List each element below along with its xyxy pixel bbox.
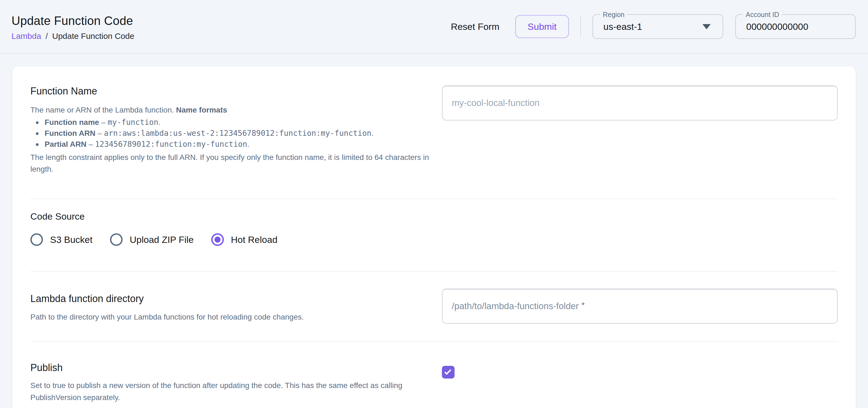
- account-id-value: 000000000000: [746, 21, 847, 32]
- function-name-constraint-note: The length constraint applies only to th…: [30, 151, 430, 175]
- submit-button[interactable]: Submit: [515, 15, 569, 38]
- region-value: us-east-1: [603, 21, 703, 32]
- form-card: Function Name The name or ARN of the Lam…: [12, 66, 856, 408]
- radio-s3-bucket[interactable]: S3 Bucket: [30, 233, 92, 246]
- function-name-heading: Function Name: [30, 85, 430, 97]
- breadcrumb-separator: /: [45, 31, 48, 41]
- chevron-down-icon: [703, 24, 711, 29]
- function-name-description: The name or ARN of the Lambda function. …: [30, 104, 430, 116]
- radio-icon: [30, 233, 43, 246]
- list-item: Partial ARN – 123456789012:function:my-f…: [34, 139, 430, 150]
- publish-heading: Publish: [30, 362, 430, 374]
- header-actions: Reset Form Submit Region us-east-1 Accou…: [448, 14, 856, 39]
- radio-hot-reload[interactable]: Hot Reload: [211, 233, 277, 246]
- required-asterisk: *: [582, 300, 585, 310]
- main-content: Function Name The name or ARN of the Lam…: [0, 54, 868, 408]
- code-source-heading: Code Source: [30, 211, 838, 222]
- publish-checkbox[interactable]: [442, 366, 455, 378]
- breadcrumb: Lambda / Update Function Code: [11, 31, 134, 41]
- function-name-input[interactable]: my-cool-local-function: [442, 85, 838, 120]
- code-source-radio-group: S3 Bucket Upload ZIP File Hot Reload: [30, 233, 838, 246]
- account-id-label: Account ID: [743, 10, 782, 19]
- page-title: Update Function Code: [11, 14, 134, 28]
- directory-heading: Lambda function directory: [30, 293, 430, 304]
- radio-selected-icon: [211, 233, 224, 246]
- section-function-name: Function Name The name or ARN of the Lam…: [30, 85, 838, 199]
- directory-description: Path to the directory with your Lambda f…: [30, 311, 430, 323]
- directory-input[interactable]: /path/to/lambda-functions-folder *: [442, 289, 838, 324]
- radio-upload-zip-file[interactable]: Upload ZIP File: [110, 233, 194, 246]
- header-divider: [580, 16, 581, 37]
- checkmark-icon: [444, 368, 451, 375]
- account-id-field[interactable]: Account ID 000000000000: [735, 14, 856, 39]
- name-format-list: Function name – my-function. Function AR…: [34, 117, 430, 149]
- breadcrumb-current: Update Function Code: [52, 31, 134, 41]
- directory-placeholder: /path/to/lambda-functions-folder: [452, 301, 579, 311]
- publish-description: Set to true to publish a new version of …: [30, 380, 430, 403]
- list-item: Function ARN – arn:aws:lambda:us-west-2:…: [34, 128, 430, 139]
- list-item: Function name – my-function.: [34, 117, 430, 128]
- breadcrumb-link-lambda[interactable]: Lambda: [11, 31, 41, 41]
- section-lambda-directory: Lambda function directory Path to the di…: [30, 272, 838, 341]
- function-name-placeholder: my-cool-local-function: [452, 98, 539, 108]
- region-label: Region: [600, 10, 627, 19]
- header-title-block: Update Function Code Lambda / Update Fun…: [11, 12, 134, 41]
- section-publish: Publish Set to true to publish a new ver…: [30, 342, 838, 403]
- radio-icon: [110, 233, 123, 246]
- page-header: Update Function Code Lambda / Update Fun…: [0, 0, 868, 54]
- section-code-source: Code Source S3 Bucket Upload ZIP File Ho…: [30, 199, 838, 271]
- reset-form-button[interactable]: Reset Form: [448, 17, 502, 37]
- region-select[interactable]: Region us-east-1: [592, 14, 723, 39]
